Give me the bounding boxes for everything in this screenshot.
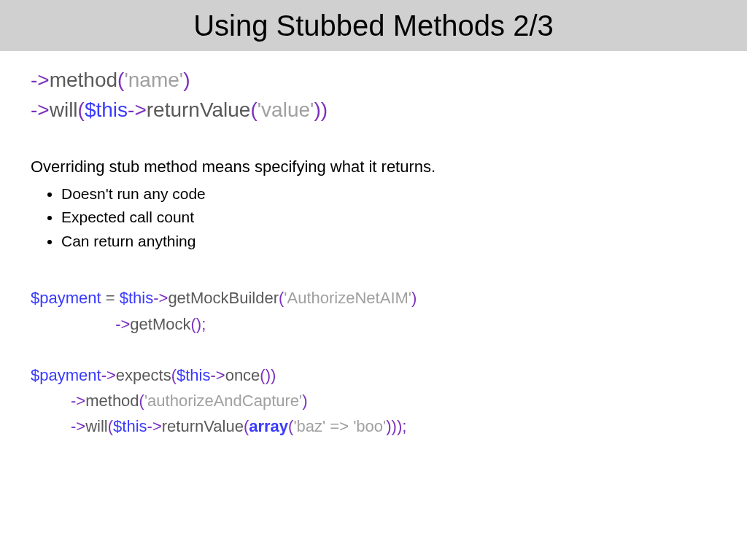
open-paren: ( <box>78 98 85 121</box>
close-paren: ) <box>411 289 417 307</box>
arrow-op: -> <box>128 98 147 121</box>
this-kw: $this <box>177 366 210 384</box>
indent <box>31 417 71 435</box>
arrow-op: -> <box>71 417 85 435</box>
close-paren: ) <box>183 69 190 91</box>
parens-semi: (); <box>190 315 206 333</box>
arrow-op: -> <box>71 392 85 410</box>
array-kw: array <box>249 417 288 435</box>
slide-content: ->method('name') ->will($this->returnVal… <box>0 51 747 440</box>
var-payment: $payment <box>31 289 101 307</box>
string-literal: 'baz' <box>293 417 325 435</box>
arrow-op: -> <box>153 289 168 307</box>
title-bar: Using Stubbed Methods 2/3 <box>0 0 747 51</box>
slide-title: Using Stubbed Methods 2/3 <box>193 9 554 42</box>
fat-arrow: => <box>325 417 353 435</box>
string-literal: 'authorizeAndCapture' <box>144 392 302 410</box>
explanation-block: Overriding stub method means specifying … <box>31 157 716 253</box>
open-paren: ( <box>250 98 257 121</box>
method-call: method <box>85 392 139 410</box>
will-call: will <box>50 98 78 121</box>
close-paren: ) <box>302 392 307 410</box>
expects-call: expects <box>116 366 171 384</box>
string-literal: 'value' <box>258 98 314 121</box>
close-parens-semi: ))); <box>386 417 406 435</box>
arrow-op: -> <box>31 69 50 91</box>
getmock-call: getMock <box>130 315 190 333</box>
this-kw: $this <box>120 289 153 307</box>
this-kw: $this <box>85 98 128 121</box>
bullet-item: Can return anything <box>61 230 716 254</box>
string-literal: 'boo' <box>353 417 386 435</box>
indent <box>31 315 115 333</box>
arrow-op: -> <box>147 417 162 435</box>
arrow-op: -> <box>210 366 225 384</box>
method-call: method <box>50 69 117 91</box>
string-literal: 'AuthorizeNetAIM' <box>284 289 411 307</box>
code-block-2: $payment = $this->getMockBuilder('Author… <box>31 285 716 439</box>
open-paren: ( <box>139 392 144 410</box>
once-call: once <box>225 366 260 384</box>
bullet-list: Doesn't run any code Expected call count… <box>31 182 716 254</box>
code-line-2: ->will($this->returnValue('value')) <box>31 96 716 125</box>
arrow-op: -> <box>101 366 116 384</box>
arrow-op: -> <box>115 315 130 333</box>
this-kw: $this <box>113 417 147 435</box>
code-line-1: ->method('name') <box>31 66 716 96</box>
open-paren: ( <box>171 366 177 384</box>
string-literal: 'name' <box>124 69 183 91</box>
close-parens: ()) <box>260 366 276 384</box>
bullet-item: Expected call count <box>61 206 716 230</box>
close-paren: )) <box>314 98 328 121</box>
open-paren: ( <box>108 417 113 435</box>
equals: = <box>101 289 120 307</box>
arrow-op: -> <box>31 98 50 121</box>
indent <box>31 392 71 410</box>
return-value-call: returnValue <box>162 417 244 435</box>
var-payment: $payment <box>31 366 101 384</box>
explanation-text: Overriding stub method means specifying … <box>31 157 716 178</box>
will-call: will <box>85 417 108 435</box>
bullet-item: Doesn't run any code <box>61 182 716 206</box>
return-value-call: returnValue <box>147 98 251 121</box>
getmockbuilder-call: getMockBuilder <box>168 289 279 307</box>
